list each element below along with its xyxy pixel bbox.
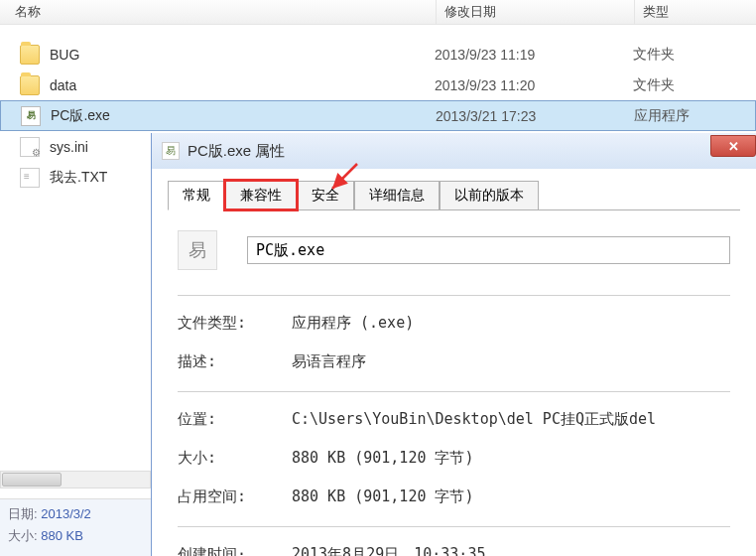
tab-详细信息[interactable]: 详细信息 bbox=[354, 181, 440, 209]
column-type[interactable]: 类型 bbox=[635, 0, 756, 24]
status-size-label: 大小: bbox=[8, 528, 38, 543]
property-row: 大小:880 KB (901,120 字节) bbox=[178, 449, 730, 468]
file-type: 文件夹 bbox=[633, 46, 675, 64]
property-value: 2013年8月29日，10·33·35 bbox=[292, 545, 730, 556]
status-date-value: 2013/3/2 bbox=[41, 506, 91, 521]
folder-icon bbox=[20, 45, 40, 65]
file-name-input[interactable] bbox=[247, 236, 730, 264]
property-label: 创建时间· bbox=[178, 545, 292, 556]
property-value: 应用程序 (.exe) bbox=[292, 314, 730, 333]
divider bbox=[178, 391, 730, 392]
file-type-icon: 易 bbox=[178, 230, 217, 270]
file-type: 文件夹 bbox=[633, 76, 675, 94]
folder-icon bbox=[20, 75, 40, 95]
property-value: 880 KB (901,120 字节) bbox=[292, 487, 730, 506]
properties-dialog: 易 PC版.exe 属性 ✕ 常规兼容性安全详细信息以前的版本 易 文件类型:应… bbox=[151, 133, 756, 556]
dialog-titlebar[interactable]: 易 PC版.exe 属性 ✕ bbox=[152, 133, 756, 169]
property-label: 大小: bbox=[178, 449, 292, 468]
property-label: 文件类型: bbox=[178, 314, 292, 333]
property-value: 易语言程序 bbox=[292, 352, 730, 371]
file-date: 2013/9/23 11:19 bbox=[435, 47, 633, 63]
tabs: 常规兼容性安全详细信息以前的版本 bbox=[168, 181, 740, 210]
dialog-title-text: PC版.exe 属性 bbox=[188, 142, 285, 161]
status-date-label: 日期: bbox=[8, 506, 38, 521]
file-row[interactable]: 易PC版.exe2013/3/21 17:23应用程序 bbox=[0, 100, 756, 131]
divider bbox=[178, 295, 730, 296]
property-row: 描述:易语言程序 bbox=[178, 352, 730, 371]
property-row: 文件类型:应用程序 (.exe) bbox=[178, 314, 730, 333]
property-value: 880 KB (901,120 字节) bbox=[292, 449, 730, 468]
property-row: 位置:C:\Users\YouBin\Desktop\del PC挂Q正式版de… bbox=[178, 410, 730, 429]
divider bbox=[178, 526, 730, 527]
ini-icon bbox=[20, 137, 40, 157]
column-name[interactable]: 名称 bbox=[0, 0, 437, 24]
status-size-value: 880 KB bbox=[41, 528, 83, 543]
file-row[interactable]: data2013/9/23 11:20文件夹 bbox=[0, 70, 756, 100]
tab-常规[interactable]: 常规 bbox=[168, 181, 225, 210]
file-type: 应用程序 bbox=[634, 107, 690, 125]
file-date: 2013/9/23 11:20 bbox=[435, 77, 633, 93]
txt-icon bbox=[20, 168, 40, 188]
property-label: 描述: bbox=[178, 352, 292, 371]
property-label: 占用空间: bbox=[178, 487, 292, 506]
tab-兼容性[interactable]: 兼容性 bbox=[225, 181, 297, 209]
property-label: 位置: bbox=[178, 410, 292, 429]
property-row: 创建时间·2013年8月29日，10·33·35 bbox=[178, 545, 730, 556]
file-name: data bbox=[50, 77, 435, 93]
column-header: 名称 修改日期 类型 bbox=[0, 0, 756, 25]
scrollbar-thumb[interactable] bbox=[2, 473, 62, 486]
tab-安全[interactable]: 安全 bbox=[297, 181, 354, 209]
property-row: 占用空间:880 KB (901,120 字节) bbox=[178, 487, 730, 506]
close-button[interactable]: ✕ bbox=[710, 135, 756, 157]
file-name: PC版.exe bbox=[51, 107, 436, 125]
exe-icon: 易 bbox=[162, 142, 180, 160]
file-date: 2013/3/21 17:23 bbox=[436, 108, 634, 124]
status-bar: 日期: 2013/3/2 大小: 880 KB bbox=[0, 498, 151, 556]
tab-以前的版本[interactable]: 以前的版本 bbox=[440, 181, 539, 209]
file-name: BUG bbox=[50, 47, 435, 63]
property-value: C:\Users\YouBin\Desktop\del PC挂Q正式版del bbox=[292, 410, 730, 429]
file-row[interactable]: BUG2013/9/23 11:19文件夹 bbox=[0, 39, 756, 70]
horizontal-scrollbar[interactable] bbox=[0, 471, 151, 488]
column-date[interactable]: 修改日期 bbox=[437, 0, 635, 24]
exe-icon: 易 bbox=[21, 106, 41, 126]
tab-general-content: 易 文件类型:应用程序 (.exe)描述:易语言程序 位置:C:\Users\Y… bbox=[168, 210, 740, 556]
